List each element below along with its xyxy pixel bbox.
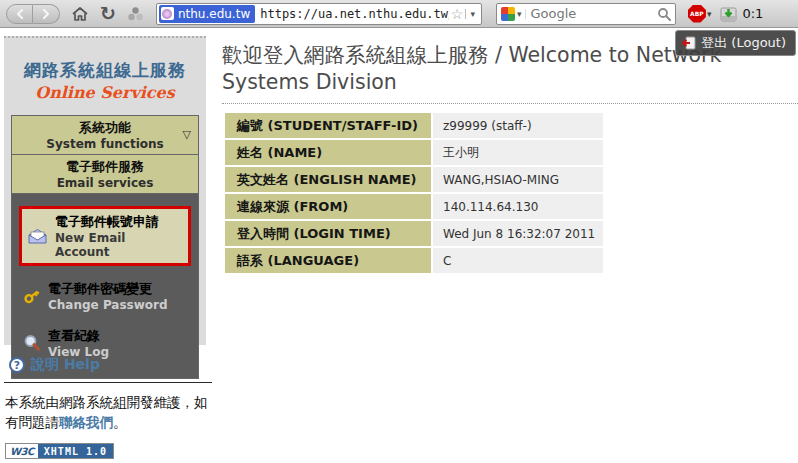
back-button[interactable] [6,4,33,24]
url-domain: nthu.edu.tw [178,7,250,21]
menu-item-zh: 查看紀錄 [48,327,109,345]
chevron-down-icon[interactable]: ▽ [183,128,191,141]
back-icon [14,8,26,20]
sidebar: 網路系統組線上服務 Online Services 系統功能 System fu… [4,36,206,345]
nav-buttons [6,4,60,24]
url-text[interactable]: https://ua.net.nthu.edu.tw/portal/ [255,7,449,21]
search-engine-dropdown[interactable]: ▾ [515,9,527,19]
main-content: 歡迎登入網路系統組線上服務 / Welcome to Network Syste… [222,42,798,275]
logout-icon [681,36,696,50]
download-icon [720,6,737,22]
adblock-dropdown-icon: ▾ [707,9,712,19]
heading-divider [222,103,798,104]
menu-item-zh: 電子郵件密碼變更 [48,280,168,298]
row-value: 王小明 [433,140,603,165]
toolbar-counter: 0:1 [742,6,763,21]
logout-button[interactable]: 登出 (Logout) [675,30,796,56]
contact-us-link[interactable]: 聯絡我們 [59,414,113,430]
url-domain-chip: nthu.edu.tw [159,5,255,23]
help-icon: ? [9,357,25,373]
user-info-table: 編號 (STUDENT/STAFF-ID) z99999 (staff-) 姓名… [223,111,605,275]
forward-icon [40,8,52,20]
logout-label: 登出 (Logout) [701,34,786,52]
menu-item-text: 電子郵件密碼變更 Change Password [48,280,168,312]
table-row: 登入時間 (LOGIN TIME) Wed Jun 8 16:32:07 201… [225,221,603,246]
menu-section-email-services[interactable]: 電子郵件服務 Email services [11,154,199,194]
site-favicon-icon [161,7,174,20]
url-dropdown-button[interactable]: ▾ [465,9,479,19]
xhtml-label: XHTML 1.0 [38,444,113,458]
w3c-xhtml-badge[interactable]: W3C XHTML 1.0 [5,443,114,459]
email-services-panel: 電子郵件帳號申請 New Email Account 電子郵件密碼變更 Chan… [11,194,199,379]
divider [4,382,212,383]
footer-note: 本系統由網路系統組開發維護，如有問題請聯絡我們。 [5,393,219,432]
row-value: z99999 (staff-) [433,113,603,138]
home-button[interactable] [71,6,89,22]
home-icon [71,6,89,22]
table-row: 語系 (LANGUAGE) C [225,248,603,273]
section-label-zh: 系統功能 [79,119,131,137]
search-box[interactable]: ▾ Google [496,3,676,25]
footer-text: 。 [113,414,127,430]
reload-button[interactable]: ↻ [100,4,116,23]
adblock-icon: ABP [688,5,706,23]
section-label-zh: 電子郵件服務 [66,158,144,176]
section-label-en: System functions [46,137,163,151]
google-logo-icon [501,7,515,21]
menu-item-change-password[interactable]: 電子郵件密碼變更 Change Password [19,277,191,315]
search-input[interactable]: Google [530,6,656,21]
table-row: 姓名 (NAME) 王小明 [225,140,603,165]
url-bar[interactable]: nthu.edu.tw https://ua.net.nthu.edu.tw/p… [156,3,482,25]
menu-item-text: 查看紀錄 View Log [48,327,109,359]
row-value: Wed Jun 8 16:32:07 2011 [433,221,603,246]
menu-item-text: 電子郵件帳號申請 New Email Account [55,213,183,259]
menu-item-zh: 電子郵件帳號申請 [55,213,183,231]
table-row: 英文姓名 (ENGLISH NAME) WANG,HSIAO-MING [225,167,603,192]
menu-section-system-functions[interactable]: 系統功能 System functions ▽ [11,115,199,155]
row-label: 編號 (STUDENT/STAFF-ID) [225,113,431,138]
help-label: 說明 Help [31,356,100,374]
menu-item-en: Change Password [48,298,168,312]
adblock-button[interactable]: ABP ▾ [688,5,712,23]
help-link[interactable]: ? 說明 Help [9,356,100,374]
sidebar-menu: 系統功能 System functions ▽ 電子郵件服務 Email ser… [11,115,199,379]
section-label-en: Email services [57,176,154,190]
sidebar-title-zh: 網路系統組線上服務 [4,59,206,82]
bookmark-star-icon[interactable]: ☆ [449,6,466,22]
browser-toolbar: ↻ nthu.edu.tw https://ua.net.nthu.edu.tw… [0,0,798,28]
help-label-zh: 說明 [31,356,59,372]
row-label: 登入時間 (LOGIN TIME) [225,221,431,246]
row-label: 姓名 (NAME) [225,140,431,165]
forward-button[interactable] [33,4,60,24]
sidebar-title: 網路系統組線上服務 Online Services [4,59,206,102]
menu-item-new-email-account[interactable]: 電子郵件帳號申請 New Email Account [19,206,191,266]
row-value: WANG,HSIAO-MING [433,167,603,192]
table-row: 連線來源 (FROM) 140.114.64.130 [225,194,603,219]
envelope-icon [27,228,48,244]
search-icon[interactable] [657,7,671,21]
help-label-en: Help [64,356,100,372]
row-value: 140.114.64.130 [433,194,603,219]
table-row: 編號 (STUDENT/STAFF-ID) z99999 (staff-) [225,113,603,138]
sidebar-title-en: Online Services [4,83,206,102]
menu-item-en: New Email Account [55,231,183,259]
row-label: 英文姓名 (ENGLISH NAME) [225,167,431,192]
row-label: 語系 (LANGUAGE) [225,248,431,273]
magnifier-icon [23,334,41,352]
w3c-logo: W3C [6,444,38,458]
key-icon [23,287,41,305]
proxy-icon [127,6,144,22]
proxy-button[interactable] [127,6,144,22]
row-label: 連線來源 (FROM) [225,194,431,219]
row-value: C [433,248,603,273]
download-status-button[interactable] [720,6,737,22]
